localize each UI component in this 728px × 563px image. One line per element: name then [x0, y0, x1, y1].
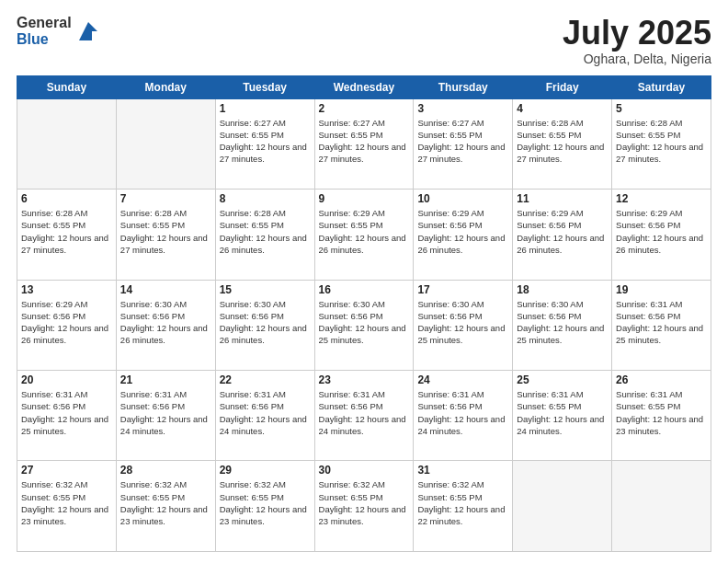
day-info: Sunrise: 6:27 AM Sunset: 6:55 PM Dayligh… [319, 117, 410, 166]
day-info: Sunrise: 6:32 AM Sunset: 6:55 PM Dayligh… [417, 478, 508, 527]
day-info: Sunrise: 6:28 AM Sunset: 6:55 PM Dayligh… [517, 117, 608, 166]
col-header-thursday: Thursday [414, 75, 513, 98]
day-number: 29 [220, 464, 311, 477]
day-number: 13 [21, 283, 112, 296]
calendar-cell: 30Sunrise: 6:32 AM Sunset: 6:55 PM Dayli… [314, 461, 414, 552]
day-info: Sunrise: 6:30 AM Sunset: 6:56 PM Dayligh… [417, 298, 508, 347]
day-number: 21 [120, 373, 211, 386]
day-number: 20 [21, 373, 112, 386]
logo: General Blue [17, 15, 101, 47]
location: Oghara, Delta, Nigeria [563, 52, 711, 66]
calendar-week-row: 13Sunrise: 6:29 AM Sunset: 6:56 PM Dayli… [17, 280, 711, 370]
calendar-cell: 11Sunrise: 6:29 AM Sunset: 6:56 PM Dayli… [513, 190, 612, 280]
calendar-header-row: SundayMondayTuesdayWednesdayThursdayFrid… [17, 75, 711, 98]
calendar-week-row: 1Sunrise: 6:27 AM Sunset: 6:55 PM Daylig… [17, 98, 711, 189]
day-number: 31 [417, 464, 508, 477]
day-number: 26 [616, 373, 707, 386]
calendar-cell: 13Sunrise: 6:29 AM Sunset: 6:56 PM Dayli… [17, 280, 117, 370]
calendar-cell: 7Sunrise: 6:28 AM Sunset: 6:55 PM Daylig… [116, 190, 215, 280]
day-info: Sunrise: 6:31 AM Sunset: 6:56 PM Dayligh… [616, 298, 707, 347]
calendar-week-row: 27Sunrise: 6:32 AM Sunset: 6:55 PM Dayli… [17, 461, 711, 552]
day-info: Sunrise: 6:31 AM Sunset: 6:56 PM Dayligh… [417, 388, 508, 437]
day-info: Sunrise: 6:30 AM Sunset: 6:56 PM Dayligh… [120, 298, 211, 347]
day-number: 22 [220, 373, 311, 386]
header: General Blue July 2025 Oghara, Delta, Ni… [17, 15, 711, 66]
col-header-saturday: Saturday [612, 75, 711, 98]
calendar-cell: 29Sunrise: 6:32 AM Sunset: 6:55 PM Dayli… [215, 461, 314, 552]
calendar-cell: 3Sunrise: 6:27 AM Sunset: 6:55 PM Daylig… [414, 98, 513, 189]
calendar-cell: 12Sunrise: 6:29 AM Sunset: 6:56 PM Dayli… [612, 190, 711, 280]
page: General Blue July 2025 Oghara, Delta, Ni… [0, 0, 728, 563]
calendar-table: SundayMondayTuesdayWednesdayThursdayFrid… [17, 75, 711, 552]
day-info: Sunrise: 6:29 AM Sunset: 6:56 PM Dayligh… [417, 207, 508, 256]
logo-general-text: General [17, 15, 72, 31]
calendar-cell: 18Sunrise: 6:30 AM Sunset: 6:56 PM Dayli… [513, 280, 612, 370]
day-number: 17 [417, 283, 508, 296]
day-info: Sunrise: 6:29 AM Sunset: 6:56 PM Dayligh… [616, 207, 707, 256]
calendar-cell: 24Sunrise: 6:31 AM Sunset: 6:56 PM Dayli… [414, 371, 513, 461]
day-info: Sunrise: 6:32 AM Sunset: 6:55 PM Dayligh… [220, 478, 311, 527]
day-number: 25 [517, 373, 608, 386]
calendar-cell: 10Sunrise: 6:29 AM Sunset: 6:56 PM Dayli… [414, 190, 513, 280]
calendar-cell: 25Sunrise: 6:31 AM Sunset: 6:55 PM Dayli… [513, 371, 612, 461]
day-info: Sunrise: 6:31 AM Sunset: 6:56 PM Dayligh… [319, 388, 410, 437]
logo-icon [75, 18, 101, 44]
svg-marker-0 [79, 22, 97, 40]
calendar-cell: 17Sunrise: 6:30 AM Sunset: 6:56 PM Dayli… [414, 280, 513, 370]
calendar-cell [116, 98, 215, 189]
calendar-cell: 26Sunrise: 6:31 AM Sunset: 6:55 PM Dayli… [612, 371, 711, 461]
day-number: 28 [120, 464, 211, 477]
col-header-wednesday: Wednesday [314, 75, 414, 98]
col-header-monday: Monday [116, 75, 215, 98]
month-title: July 2025 [563, 15, 711, 52]
day-info: Sunrise: 6:32 AM Sunset: 6:55 PM Dayligh… [120, 478, 211, 527]
calendar-cell: 16Sunrise: 6:30 AM Sunset: 6:56 PM Dayli… [314, 280, 414, 370]
calendar-cell: 23Sunrise: 6:31 AM Sunset: 6:56 PM Dayli… [314, 371, 414, 461]
calendar-cell: 6Sunrise: 6:28 AM Sunset: 6:55 PM Daylig… [17, 190, 117, 280]
calendar-cell: 21Sunrise: 6:31 AM Sunset: 6:56 PM Dayli… [116, 371, 215, 461]
calendar-cell [612, 461, 711, 552]
day-info: Sunrise: 6:31 AM Sunset: 6:55 PM Dayligh… [517, 388, 608, 437]
day-number: 7 [120, 192, 211, 205]
day-info: Sunrise: 6:31 AM Sunset: 6:56 PM Dayligh… [21, 388, 112, 437]
day-number: 11 [517, 192, 608, 205]
day-info: Sunrise: 6:32 AM Sunset: 6:55 PM Dayligh… [21, 478, 112, 527]
day-number: 1 [220, 102, 311, 115]
calendar-week-row: 6Sunrise: 6:28 AM Sunset: 6:55 PM Daylig… [17, 190, 711, 280]
title-block: July 2025 Oghara, Delta, Nigeria [563, 15, 711, 66]
day-info: Sunrise: 6:30 AM Sunset: 6:56 PM Dayligh… [319, 298, 410, 347]
day-number: 4 [517, 102, 608, 115]
calendar-cell: 19Sunrise: 6:31 AM Sunset: 6:56 PM Dayli… [612, 280, 711, 370]
calendar-cell [17, 98, 117, 189]
calendar-cell: 2Sunrise: 6:27 AM Sunset: 6:55 PM Daylig… [314, 98, 414, 189]
day-info: Sunrise: 6:28 AM Sunset: 6:55 PM Dayligh… [616, 117, 707, 166]
calendar-cell: 1Sunrise: 6:27 AM Sunset: 6:55 PM Daylig… [215, 98, 314, 189]
calendar-cell: 14Sunrise: 6:30 AM Sunset: 6:56 PM Dayli… [116, 280, 215, 370]
calendar-cell: 28Sunrise: 6:32 AM Sunset: 6:55 PM Dayli… [116, 461, 215, 552]
col-header-friday: Friday [513, 75, 612, 98]
day-number: 10 [417, 192, 508, 205]
day-number: 8 [220, 192, 311, 205]
day-number: 3 [417, 102, 508, 115]
day-info: Sunrise: 6:30 AM Sunset: 6:56 PM Dayligh… [517, 298, 608, 347]
day-info: Sunrise: 6:31 AM Sunset: 6:56 PM Dayligh… [220, 388, 311, 437]
calendar-cell: 15Sunrise: 6:30 AM Sunset: 6:56 PM Dayli… [215, 280, 314, 370]
calendar-cell: 27Sunrise: 6:32 AM Sunset: 6:55 PM Dayli… [17, 461, 117, 552]
day-info: Sunrise: 6:29 AM Sunset: 6:55 PM Dayligh… [319, 207, 410, 256]
day-number: 18 [517, 283, 608, 296]
calendar-cell: 5Sunrise: 6:28 AM Sunset: 6:55 PM Daylig… [612, 98, 711, 189]
day-info: Sunrise: 6:28 AM Sunset: 6:55 PM Dayligh… [21, 207, 112, 256]
calendar-cell [513, 461, 612, 552]
day-info: Sunrise: 6:29 AM Sunset: 6:56 PM Dayligh… [517, 207, 608, 256]
day-info: Sunrise: 6:31 AM Sunset: 6:56 PM Dayligh… [120, 388, 211, 437]
day-info: Sunrise: 6:29 AM Sunset: 6:56 PM Dayligh… [21, 298, 112, 347]
calendar-cell: 20Sunrise: 6:31 AM Sunset: 6:56 PM Dayli… [17, 371, 117, 461]
day-number: 19 [616, 283, 707, 296]
day-number: 2 [319, 102, 410, 115]
day-number: 6 [21, 192, 112, 205]
day-info: Sunrise: 6:30 AM Sunset: 6:56 PM Dayligh… [220, 298, 311, 347]
day-number: 14 [120, 283, 211, 296]
day-number: 15 [220, 283, 311, 296]
day-info: Sunrise: 6:28 AM Sunset: 6:55 PM Dayligh… [220, 207, 311, 256]
day-info: Sunrise: 6:27 AM Sunset: 6:55 PM Dayligh… [220, 117, 311, 166]
